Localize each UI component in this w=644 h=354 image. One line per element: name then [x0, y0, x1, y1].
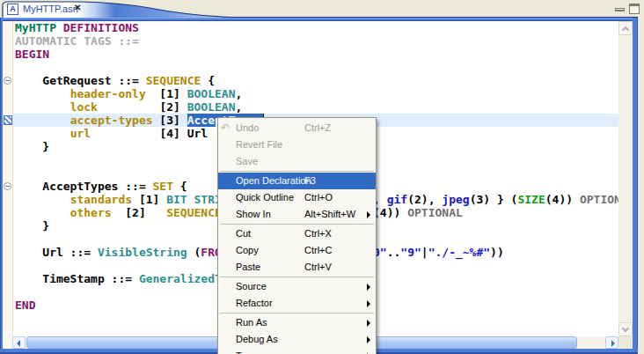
code-segment: [3] [153, 114, 187, 127]
menu-item-shortcut: Alt+Shift+W [304, 206, 355, 223]
menu-item-cut[interactable]: CutCtrl+X [218, 225, 376, 242]
menu-item-refactor[interactable]: Refactor [218, 295, 376, 312]
scroll-left-button[interactable] [12, 336, 26, 349]
code-segment: (2), [407, 193, 442, 206]
scrollbar-corner [618, 336, 633, 349]
code-segment: VisibleString [98, 246, 187, 259]
code-segment: SEQUENCE [146, 74, 201, 87]
code-segment: (3) } ( [470, 193, 518, 206]
menu-item-shortcut: F3 [304, 173, 316, 189]
tab-myhttp[interactable]: A MyHTTP.asn ✕ [3, 1, 91, 18]
menu-separator [220, 313, 374, 313]
code-segment: [4] [91, 127, 187, 140]
menu-item-shortcut: Ctrl+C [304, 242, 332, 259]
code-segment: (4)) [373, 206, 407, 219]
chevron-down-icon [622, 325, 629, 332]
code-segment [56, 21, 63, 34]
menu-item-undo[interactable]: ↶UndoCtrl+Z [218, 120, 376, 136]
code-segment: Url ::= [15, 246, 98, 259]
code-segment: AUTOMATIC TAGS ::= [15, 34, 139, 48]
code-segment: , [235, 87, 242, 100]
code-segment: GetRequest ::= [15, 74, 146, 87]
code-line[interactable]: GetRequest ::= SEQUENCE { [15, 74, 618, 87]
code-line[interactable]: lock [2] BOOLEAN, [15, 100, 618, 114]
menu-item-shortcut: Ctrl+X [304, 225, 332, 242]
menu-item-revert-file[interactable]: Revert File [218, 136, 376, 153]
code-segment: SEQUENCE [166, 206, 222, 219]
submenu-arrow-icon [367, 300, 370, 307]
submenu-arrow-icon [367, 320, 370, 327]
code-segment: ( [187, 246, 201, 259]
code-segment: Url [187, 127, 208, 140]
menu-item-paste[interactable]: PasteCtrl+V [218, 259, 376, 276]
menu-item-label: Save [236, 156, 258, 166]
menu-item-source[interactable]: Source [218, 278, 376, 295]
tab-close-icon[interactable]: ✕ [74, 3, 81, 12]
tab-swoosh [0, 0, 638, 18]
code-segment: BOOLEAN [187, 100, 236, 114]
code-segment: jpeg [442, 193, 469, 206]
menu-item-shortcut: Ctrl+Z [304, 120, 331, 136]
code-segment [15, 100, 70, 114]
menu-item-label: Run As [236, 317, 267, 328]
menu-item-shortcut: Ctrl+V [304, 259, 332, 276]
code-segment [15, 193, 70, 206]
code-segment: [2] [112, 206, 167, 219]
menu-item-debug-as[interactable]: Debug As [218, 331, 376, 348]
code-segment: } [15, 140, 49, 153]
code-segment: [1] [132, 193, 166, 206]
fold-collapse-icon[interactable] [4, 77, 11, 85]
menu-item-label: Revert File [236, 139, 282, 150]
code-segment: gif [387, 193, 407, 206]
menu-item-team[interactable]: Team [218, 348, 376, 354]
code-segment: | [421, 246, 428, 259]
menu-item-save[interactable]: Save [218, 153, 376, 170]
undo-icon: ↶ [221, 120, 230, 136]
menu-item-label: Debug As [236, 334, 278, 344]
menu-item-run-as[interactable]: Run As [218, 314, 376, 331]
code-segment: MyHTTP [15, 21, 56, 34]
code-segment: DEFINITIONS [63, 21, 139, 34]
code-segment: lock [70, 100, 98, 114]
menu-item-show-in[interactable]: Show InAlt+Shift+W [218, 206, 376, 223]
code-segment: others [70, 206, 112, 219]
menu-item-label: Open Declaration [236, 175, 311, 186]
asn-file-icon: A [7, 4, 18, 15]
menu-item-label: Cut [236, 228, 251, 239]
code-segment [15, 127, 70, 140]
code-segment [15, 206, 70, 219]
arrow-right-icon [611, 340, 615, 347]
minimize-view-button[interactable] [615, 8, 625, 11]
menu-item-label: Undo [236, 122, 259, 133]
menu-item-label: Show In [236, 209, 271, 219]
code-segment: BOOLEAN [187, 87, 236, 100]
submenu-arrow-icon [367, 284, 370, 291]
code-line[interactable]: header-only [1] BOOLEAN, [15, 87, 618, 100]
scroll-up-button[interactable] [618, 21, 633, 35]
code-line[interactable]: MyHTTP DEFINITIONS [15, 21, 618, 34]
code-segment: (4)) [545, 193, 580, 206]
maximize-view-button[interactable] [629, 4, 640, 14]
context-menu: ↶UndoCtrl+ZRevert FileSaveOpen Declarati… [217, 117, 377, 354]
menu-item-open-declaration[interactable]: Open DeclarationF3 [218, 173, 376, 189]
menu-item-quick-outline[interactable]: Quick OutlineCtrl+O [218, 189, 376, 206]
menu-item-copy[interactable]: CopyCtrl+C [218, 242, 376, 259]
code-segment: "9" [400, 246, 421, 259]
scroll-down-button[interactable] [618, 322, 633, 336]
fold-collapse-icon[interactable] [4, 182, 11, 190]
code-segment: { [201, 74, 215, 87]
menu-separator [220, 277, 374, 277]
code-line[interactable] [15, 61, 618, 74]
menu-item-label: Team [236, 350, 260, 354]
code-segment: SET [153, 180, 173, 193]
menu-item-label: Source [236, 281, 267, 291]
code-line[interactable]: BEGIN [15, 48, 618, 61]
scroll-right-button[interactable] [605, 336, 618, 349]
editor-tab-bar: A MyHTTP.asn ✕ [0, 0, 644, 18]
code-segment: header-only [70, 87, 146, 100]
vertical-scrollbar[interactable] [618, 21, 633, 336]
eclipse-editor-view: { "tab": { "icon_letter": "A", "title": … [0, 0, 644, 354]
menu-item-label: Quick Outline [236, 192, 294, 203]
code-line[interactable]: AUTOMATIC TAGS ::= [15, 34, 618, 48]
menu-item-label: Refactor [236, 298, 273, 308]
